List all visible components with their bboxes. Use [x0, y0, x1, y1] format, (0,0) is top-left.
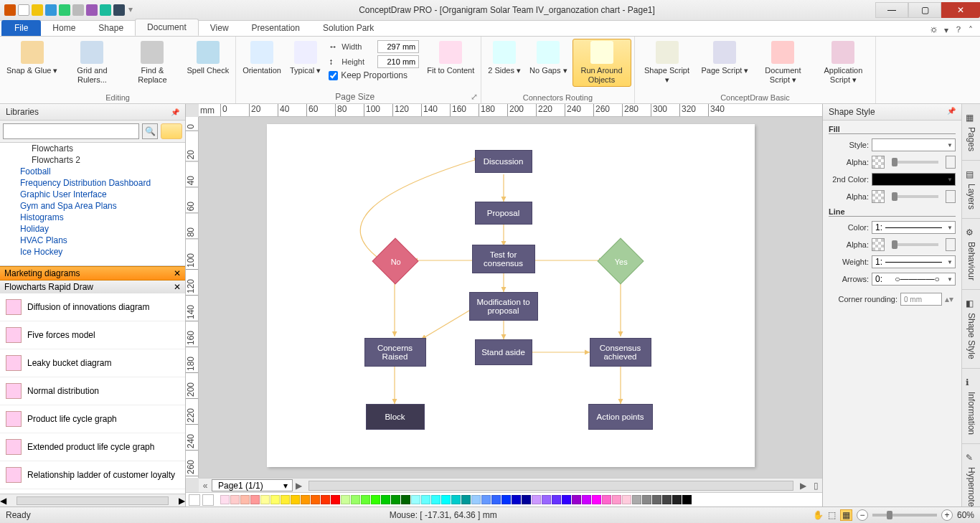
flow-node-consensus[interactable]: Consensus achieved — [590, 338, 651, 367]
shape-item[interactable]: Five forces model — [0, 321, 185, 349]
library-tree[interactable]: Flowcharts Flowcharts 2 Football Frequen… — [0, 143, 185, 266]
color-swatch[interactable] — [220, 495, 230, 504]
alpha-swatch[interactable] — [872, 190, 885, 203]
fill-alpha-slider[interactable] — [892, 161, 938, 164]
zoom-slider[interactable] — [872, 514, 937, 517]
tree-node[interactable]: Flowcharts — [0, 143, 185, 154]
page-script-button[interactable]: Page Script ▾ — [698, 39, 753, 87]
color-swatch[interactable] — [311, 495, 320, 504]
color-swatch[interactable] — [240, 495, 250, 504]
nofill-tool-icon[interactable] — [202, 494, 214, 506]
shape-item[interactable]: Normal distribution — [0, 377, 185, 405]
shape-script-button[interactable]: Shape Script ▾ — [638, 39, 697, 87]
color-swatch[interactable] — [401, 495, 410, 504]
grid-rulers-button[interactable]: Grid and Rulers... — [62, 39, 121, 87]
tree-node[interactable]: HVAC Plans — [0, 235, 185, 246]
second-alpha-slider[interactable] — [892, 195, 938, 198]
flow-node-mod[interactable]: Modification to proposal — [469, 292, 538, 321]
options-icon[interactable]: ⛭ — [930, 25, 938, 35]
no-gaps-button[interactable]: No Gaps ▾ — [526, 39, 570, 87]
tab-document[interactable]: Document — [135, 19, 199, 36]
fit-content-button[interactable]: Fit to Content — [423, 39, 478, 82]
zoom-out-button[interactable]: − — [857, 509, 868, 521]
page-hscroll[interactable] — [308, 481, 793, 491]
qat-open-icon[interactable] — [32, 4, 43, 16]
maximize-button[interactable]: ▢ — [908, 2, 941, 18]
flow-node-proposal[interactable]: Proposal — [475, 202, 532, 225]
color-swatch[interactable] — [602, 495, 611, 504]
collapse-ribbon-icon[interactable]: ˄ — [969, 25, 973, 35]
color-swatch[interactable] — [260, 495, 270, 504]
color-swatch[interactable] — [291, 495, 300, 504]
spell-check-button[interactable]: Spell Check — [183, 39, 232, 87]
orientation-button[interactable]: Orientation — [239, 39, 285, 82]
color-swatch[interactable] — [612, 495, 621, 504]
tree-node[interactable]: Gym and Spa Area Plans — [0, 200, 185, 212]
color-swatch[interactable] — [471, 495, 481, 504]
alpha-swatch[interactable] — [872, 238, 885, 251]
whatsnew-icon[interactable]: ▾ — [944, 25, 948, 35]
shape-item[interactable]: Product life cycle graph — [0, 405, 185, 433]
color-swatch[interactable] — [421, 495, 430, 504]
page-scroll-right[interactable]: ▶ — [796, 481, 809, 491]
tab-shape-style[interactable]: ◧Shape Style — [962, 290, 980, 369]
close-icon[interactable]: ✕ — [174, 282, 181, 292]
pin-icon[interactable]: 📌 — [171, 108, 179, 116]
color-swatch[interactable] — [522, 495, 531, 504]
tab-information[interactable]: ℹInformation — [962, 369, 980, 444]
color-swatch[interactable] — [622, 495, 631, 504]
shape-item[interactable]: Relationship ladder of customer loyalty — [0, 461, 185, 489]
color-swatch[interactable] — [270, 495, 280, 504]
flow-node-discussion[interactable]: Discussion — [475, 150, 532, 173]
color-swatch[interactable] — [632, 495, 641, 504]
page-prev-all[interactable]: « — [199, 481, 212, 491]
page-split[interactable]: ▯ — [809, 481, 822, 491]
line-alpha-slider[interactable] — [892, 243, 938, 246]
find-replace-button[interactable]: Find & Replace — [123, 39, 182, 87]
color-swatch[interactable] — [642, 495, 651, 504]
library-hscroll[interactable]: ◀▶ — [0, 494, 185, 506]
library-view-toggle[interactable] — [161, 123, 182, 139]
color-swatch[interactable] — [501, 495, 511, 504]
qat-dropdown-icon[interactable]: ▾ — [127, 4, 134, 16]
color-swatch[interactable] — [250, 495, 260, 504]
zoom-value[interactable]: 60% — [957, 510, 974, 520]
color-swatch[interactable] — [431, 495, 440, 504]
color-swatch[interactable] — [461, 495, 471, 504]
two-sides-button[interactable]: 2 Sides ▾ — [484, 39, 524, 87]
arrows-dropdown[interactable]: 0:○————○ — [872, 273, 956, 286]
color-swatch[interactable] — [361, 495, 370, 504]
application-script-button[interactable]: Application Script ▾ — [814, 39, 872, 87]
file-tab[interactable]: File — [1, 20, 41, 36]
color-swatch[interactable] — [542, 495, 551, 504]
page[interactable]: Discussion Proposal Test for consensus M… — [267, 124, 755, 467]
qat-icon[interactable] — [59, 4, 70, 16]
color-swatch[interactable] — [572, 495, 581, 504]
qat-icon[interactable] — [113, 4, 125, 16]
color-swatch[interactable] — [321, 495, 330, 504]
color-swatch[interactable] — [652, 495, 661, 504]
help-icon[interactable]: ？ — [954, 24, 963, 36]
second-color-dropdown[interactable] — [872, 173, 956, 186]
color-swatch[interactable] — [281, 495, 290, 504]
hand-tool-icon[interactable]: ✋ — [813, 510, 824, 520]
color-swatch[interactable] — [481, 495, 491, 504]
page-selector[interactable]: Page1 (1/1) — [212, 479, 293, 491]
tree-node[interactable]: Flowcharts 2 — [0, 154, 185, 166]
tab-presentation[interactable]: Presentation — [240, 20, 311, 36]
line-weight-dropdown[interactable]: 1: — [872, 255, 956, 268]
tab-view[interactable]: View — [199, 20, 240, 36]
tree-node[interactable]: Frequency Distribution Dashboard — [0, 177, 185, 189]
color-swatch[interactable] — [451, 495, 461, 504]
shape-item[interactable]: Extended product life cycle graph — [0, 433, 185, 461]
fill-tool-icon[interactable] — [189, 494, 200, 506]
tab-shape[interactable]: Shape — [87, 20, 135, 36]
tab-solution-park[interactable]: Solution Park — [311, 20, 385, 36]
keep-proportions-checkbox[interactable] — [329, 71, 338, 80]
shape-item[interactable]: Leaky bucket diagram — [0, 349, 185, 377]
color-swatch[interactable] — [441, 495, 451, 504]
qat-undo-icon[interactable] — [86, 4, 98, 16]
flow-node-action[interactable]: Action points — [588, 404, 653, 430]
color-swatch[interactable] — [391, 495, 400, 504]
color-swatch[interactable] — [682, 495, 692, 504]
